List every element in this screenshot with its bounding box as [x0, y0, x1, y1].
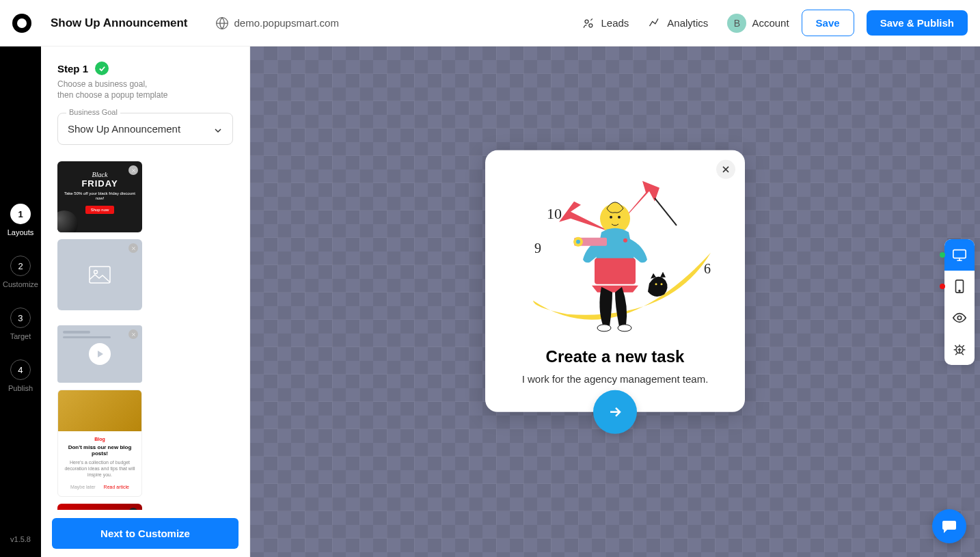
svg-text:9: 9 [534, 240, 541, 255]
arrow-right-icon [606, 403, 624, 420]
avatar: B [727, 14, 746, 33]
svg-rect-3 [90, 267, 110, 283]
popup-title: Create a new task [504, 347, 726, 366]
next-to-customize-button[interactable]: Next to Customize [52, 518, 239, 549]
leads-link[interactable]: Leads [582, 16, 629, 30]
svg-point-19 [661, 283, 663, 285]
app-logo[interactable] [12, 14, 31, 33]
preview-canvas: 10 9 6 [250, 46, 980, 557]
template-image-placeholder[interactable] [57, 239, 142, 310]
desktop-view-button[interactable] [944, 239, 975, 271]
page-title: Show Up Announcement [51, 16, 188, 30]
svg-point-4 [94, 271, 98, 274]
svg-rect-23 [953, 249, 966, 258]
close-icon [128, 329, 138, 339]
popup-preview[interactable]: 10 9 6 [485, 150, 745, 411]
svg-point-25 [959, 290, 960, 291]
svg-rect-15 [595, 258, 636, 284]
popup-next-button[interactable] [593, 390, 637, 433]
template-grid: Black FRIDAY Take 50% off your black fri… [57, 161, 233, 510]
globe-icon [215, 16, 229, 30]
device-toolbar [944, 239, 975, 365]
image-icon [89, 266, 111, 284]
analytics-link[interactable]: Analytics [648, 16, 708, 30]
svg-point-26 [957, 316, 962, 320]
popup-illustration: 10 9 6 [504, 163, 726, 341]
bug-icon [953, 342, 966, 356]
rail-step-target[interactable]: 3 Target [10, 308, 31, 340]
template-black-friday[interactable]: Black FRIDAY Take 50% off your black fri… [57, 161, 142, 232]
header-bar: Show Up Announcement demo.popupsmart.com… [0, 0, 980, 46]
leads-icon [582, 16, 595, 30]
svg-point-1 [585, 20, 588, 23]
analytics-icon [648, 16, 662, 30]
eye-icon [952, 310, 967, 325]
svg-point-12 [618, 215, 621, 218]
layouts-panel: Step 1 Choose a business goal, then choo… [41, 46, 250, 557]
svg-text:6: 6 [704, 260, 711, 275]
svg-point-16 [597, 324, 611, 331]
preview-button[interactable] [944, 302, 975, 334]
business-goal-select[interactable]: Business Goal Show Up Announcement [57, 113, 233, 145]
rail-step-layouts[interactable]: 1 Layouts [8, 204, 34, 236]
close-icon [722, 165, 730, 173]
svg-point-18 [655, 283, 657, 285]
mobile-icon [953, 279, 966, 294]
rail-step-publish[interactable]: 4 Publish [8, 359, 33, 392]
version-label: v1.5.8 [10, 535, 31, 543]
play-icon [89, 343, 111, 365]
template-blog[interactable]: Blog Don't miss our new blog posts! Here… [57, 390, 142, 497]
rail-step-customize[interactable]: 2 Customize [3, 256, 38, 288]
svg-point-17 [618, 324, 631, 331]
domain-text: demo.popupsmart.com [234, 17, 339, 29]
svg-line-9 [655, 198, 677, 225]
save-button[interactable]: Save [802, 10, 854, 36]
debug-button[interactable] [944, 334, 975, 365]
popup-close-button[interactable] [716, 159, 735, 178]
chat-support-button[interactable] [932, 509, 966, 543]
template-video[interactable] [57, 325, 142, 383]
svg-point-2 [589, 23, 593, 27]
goal-label: Business Goal [66, 108, 120, 116]
save-publish-button[interactable]: Save & Publish [867, 10, 968, 36]
svg-text:10: 10 [547, 204, 562, 221]
desktop-icon [952, 247, 967, 262]
domain-display[interactable]: demo.popupsmart.com [215, 16, 339, 30]
popup-subtitle: I work for the agency management team. [504, 372, 726, 384]
svg-point-22 [576, 239, 580, 243]
svg-point-11 [610, 215, 612, 218]
step-title: Step 1 [57, 63, 88, 74]
account-link[interactable]: B Account [727, 14, 789, 33]
close-icon [128, 243, 138, 253]
step-description: Choose a business goal, then choose a po… [57, 79, 233, 100]
chat-icon [941, 518, 957, 534]
svg-rect-24 [956, 280, 964, 292]
goal-value: Show Up Announcement [68, 123, 223, 135]
template-covid[interactable]: COVID-19 How We Are Coping With COVID-19… [57, 504, 142, 510]
chevron-down-icon [213, 126, 223, 135]
bomb-icon [57, 210, 78, 232]
step-complete-icon [95, 62, 109, 75]
mobile-view-button[interactable] [944, 271, 975, 302]
svg-point-14 [623, 238, 627, 242]
left-rail: 1 Layouts 2 Customize 3 Target 4 Publish… [0, 46, 41, 557]
